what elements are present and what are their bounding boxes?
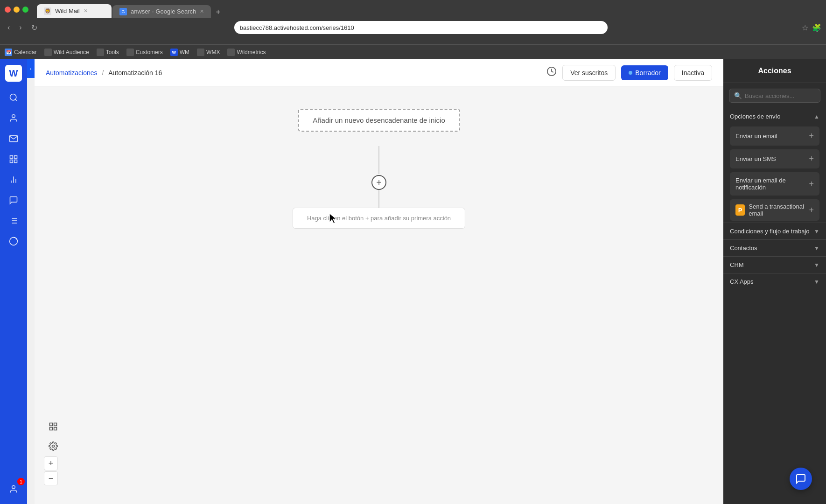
add-step-icon: + [376,177,382,188]
section-cx-apps-toggle: ▼ [814,279,819,285]
top-bar-actions: Ver suscritos Borrador Inactiva [546,65,712,81]
sidebar-item-analytics[interactable] [4,232,23,251]
bookmark-calendar-label: Calendar [14,49,37,56]
address-bar[interactable]: bastiecc788.activehosted.com/series/1610 [234,21,608,34]
bookmark-wild-audience[interactable]: Wild Audience [44,49,89,56]
borrador-button[interactable]: Borrador [621,65,668,80]
chat-button[interactable] [790,468,812,490]
wildmetrics-icon [227,49,235,56]
sidebar-item-reports[interactable] [4,170,23,189]
svg-rect-20 [54,423,57,426]
actions-search-input[interactable] [745,92,823,99]
sidebar-item-lists[interactable] [4,211,23,230]
grid-view-button[interactable] [44,417,63,436]
section-envio-title: Opciones de envío [730,113,780,120]
postmark-icon: P [735,204,745,216]
section-condiciones-header[interactable]: Condiciones y flujo de trabajo ▼ [723,223,826,239]
section-condiciones-toggle: ▼ [814,228,819,235]
new-tab-button[interactable]: + [212,7,224,17]
action-enviar-sms[interactable]: Enviar un SMS + [730,149,819,168]
right-panel: Acciones 🔍 Opciones de envío ▲ Enviar un… [723,59,826,504]
section-cx-apps-title: CX Apps [730,278,754,285]
maximize-dot[interactable] [22,7,28,13]
svg-rect-19 [50,423,53,426]
tab-close-wildmail[interactable]: ✕ [84,8,88,14]
panel-title: Acciones [723,59,826,83]
left-sidebar: W 1 [0,59,27,504]
add-step-button[interactable]: + [371,175,386,190]
bookmark-wmx-label: WMX [206,49,220,56]
bookmark-wmx[interactable]: WMX [197,49,220,56]
main-content: Automatizaciones / Automatización 16 Ver… [35,59,723,504]
history-button[interactable] [546,66,557,79]
bookmark-wm-label: WM [180,49,189,56]
svg-point-2 [12,115,15,118]
connector-line-1 [378,146,379,174]
tab-close-google[interactable]: ✕ [200,8,204,14]
bookmark-wm[interactable]: W WM [170,49,189,56]
sidebar-item-search[interactable] [4,88,23,107]
action-enviar-email-label: Enviar un email [735,133,777,140]
action-enviar-notificacion-label: Enviar un email de notificación [735,177,809,191]
borrador-label: Borrador [635,69,660,77]
sidebar-item-email[interactable] [4,129,23,148]
breadcrumb-separator: / [102,69,104,77]
breadcrumb: Automatizaciones / Automatización 16 [46,69,162,77]
section-crm-title: CRM [730,261,744,268]
sidebar-item-chat[interactable] [4,191,23,210]
app-logo[interactable]: W [5,65,22,82]
tab-title-wildmail: Wild Mail [55,7,80,14]
back-button[interactable]: ‹ [5,22,13,33]
tab-icon-google: G [119,8,127,15]
reload-button[interactable]: ↻ [28,22,40,33]
extensions-icon[interactable]: 🧩 [812,23,821,32]
tab-google-search[interactable]: G anwser - Google Search ✕ [112,5,211,18]
section-crm-header[interactable]: CRM ▼ [723,256,826,273]
zoom-out-button[interactable]: − [44,471,58,485]
bookmark-star-icon[interactable]: ☆ [802,23,808,32]
section-envio-header[interactable]: Opciones de envío ▲ [723,108,826,125]
action-enviar-sms-label: Enviar un SMS [735,155,776,162]
svg-line-1 [15,99,17,101]
action-enviar-email[interactable]: Enviar un email + [730,126,819,146]
action-send-transactional-email[interactable]: P Send a transactional email + [730,199,819,221]
sidebar-item-contacts[interactable] [4,109,23,127]
tools-icon [97,49,104,56]
postmark-letter: P [738,207,742,214]
settings-button[interactable] [44,437,63,455]
bookmark-customers[interactable]: Customers [126,49,163,56]
bookmark-tools[interactable]: Tools [97,49,119,56]
tab-icon-wildmail: 🦁 [44,7,51,15]
action-enviar-notificacion[interactable]: Enviar un email de notificación + [730,172,819,196]
minimize-dot[interactable] [14,7,20,13]
svg-point-17 [12,486,15,489]
bookmark-wild-audience-label: Wild Audience [54,49,89,56]
action-enviar-notificacion-add-icon: + [809,179,814,189]
zoom-in-button[interactable]: + [44,456,58,470]
sidebar-item-segments[interactable] [4,150,23,168]
inactiva-button[interactable]: Inactiva [674,65,712,81]
close-dot[interactable] [5,7,11,13]
section-condiciones-title: Condiciones y flujo de trabajo [730,228,810,235]
canvas-area: Añadir un nuevo desencadenante de inicio… [35,86,723,504]
browser-toolbar-icons: ☆ 🧩 [802,23,821,32]
bookmark-customers-label: Customers [136,49,163,56]
svg-point-0 [10,94,16,100]
notification-badge: 1 [17,478,25,485]
hint-node: Haga clic en el botón + para añadir su p… [293,208,465,229]
svg-rect-4 [14,156,17,159]
section-cx-apps-header[interactable]: CX Apps ▼ [723,273,826,290]
tab-wild-mail[interactable]: 🦁 Wild Mail ✕ [37,4,112,18]
bookmark-wildmetrics[interactable]: Wildmetrics [227,49,266,56]
forward-button[interactable]: › [16,22,24,33]
section-contactos-header[interactable]: Contactos ▼ [723,239,826,256]
breadcrumb-current: Automatización 16 [108,69,162,77]
ver-suscritos-button[interactable]: Ver suscritos [562,65,616,81]
sidebar-collapse-handle[interactable]: ‹ [27,59,35,78]
start-trigger-node[interactable]: Añadir un nuevo desencadenante de inicio [298,109,460,132]
bookmark-calendar[interactable]: 📅 Calendar [5,49,37,56]
breadcrumb-root-link[interactable]: Automatizaciones [46,69,98,77]
calendar-icon: 📅 [5,49,12,56]
actions-search-box[interactable]: 🔍 [729,89,820,103]
customers-icon [126,49,134,56]
